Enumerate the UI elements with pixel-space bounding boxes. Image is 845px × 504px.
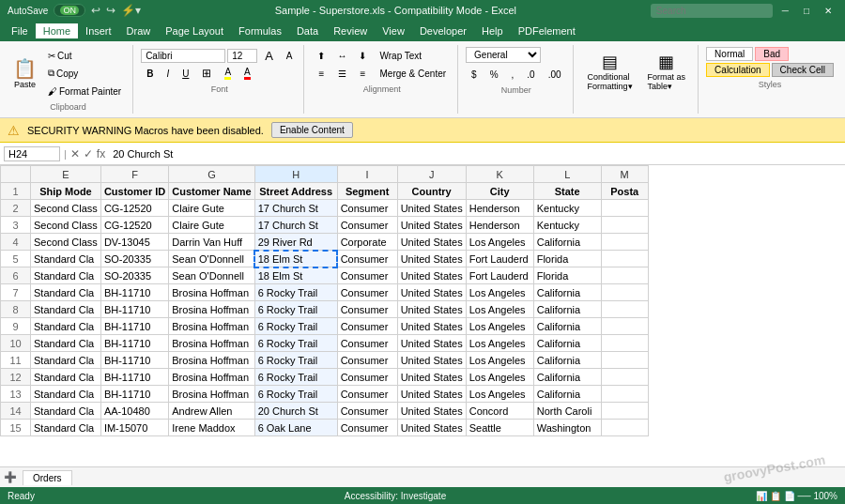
- row-number[interactable]: 4: [1, 234, 31, 251]
- cell-k12[interactable]: Los Angeles: [466, 369, 533, 386]
- cell-j4[interactable]: United States: [397, 234, 466, 251]
- cell-f7[interactable]: BH-11710: [100, 284, 168, 301]
- cell-g12[interactable]: Brosina Hoffman: [169, 369, 254, 386]
- cell-g13[interactable]: Brosina Hoffman: [169, 386, 254, 403]
- cell-j5[interactable]: United States: [397, 251, 466, 267]
- cell-l5[interactable]: Florida: [533, 251, 601, 267]
- cell-j8[interactable]: United States: [397, 301, 466, 318]
- cell-m14[interactable]: [601, 403, 648, 420]
- menu-review[interactable]: Review: [326, 23, 375, 38]
- cell-m12[interactable]: [601, 369, 648, 386]
- col-header-L[interactable]: L: [533, 166, 601, 183]
- menu-home[interactable]: Home: [36, 23, 78, 38]
- cell-e12[interactable]: Standard Cla: [31, 369, 101, 386]
- align-right-button[interactable]: ≡: [353, 65, 372, 82]
- cell-j7[interactable]: United States: [397, 284, 466, 301]
- row-number[interactable]: 9: [1, 318, 31, 335]
- cell-i10[interactable]: Consumer: [337, 335, 397, 352]
- cell-j9[interactable]: United States: [397, 318, 466, 335]
- row-number[interactable]: 1: [1, 183, 31, 200]
- cell-g14[interactable]: Andrew Allen: [169, 403, 254, 420]
- cell-j3[interactable]: United States: [397, 217, 466, 234]
- cell-f13[interactable]: BH-11710: [100, 386, 168, 403]
- cell-m7[interactable]: [601, 284, 648, 301]
- cell-g6[interactable]: Sean O'Donnell: [169, 267, 254, 284]
- col-header-M[interactable]: M: [601, 166, 648, 183]
- cell-k2[interactable]: Henderson: [466, 200, 533, 217]
- cell-i8[interactable]: Consumer: [337, 301, 397, 318]
- currency-button[interactable]: $: [466, 66, 483, 83]
- formula-input[interactable]: [109, 147, 841, 160]
- cell-m2[interactable]: [601, 200, 648, 217]
- cell-f11[interactable]: BH-11710: [100, 352, 168, 369]
- cell-k15[interactable]: Seattle: [466, 420, 533, 436]
- cell-g15[interactable]: Irene Maddox: [169, 420, 254, 436]
- cell-e2[interactable]: Second Class: [31, 200, 101, 217]
- close-button[interactable]: ✕: [819, 4, 837, 18]
- cell-l4[interactable]: California: [533, 234, 601, 251]
- normal-style-button[interactable]: Normal: [706, 47, 753, 61]
- cell-reference-input[interactable]: [4, 146, 60, 161]
- cell-f15[interactable]: IM-15070: [100, 420, 168, 436]
- number-format-select[interactable]: General: [466, 47, 541, 63]
- cell-e13[interactable]: Standard Cla: [31, 386, 101, 403]
- row-number[interactable]: 12: [1, 369, 31, 386]
- increase-decimal-button[interactable]: .00: [543, 66, 567, 83]
- cell-m15[interactable]: [601, 420, 648, 436]
- cell-m4[interactable]: [601, 234, 648, 251]
- col-header-J[interactable]: J: [397, 166, 466, 183]
- cell-f4[interactable]: DV-13045: [100, 234, 168, 251]
- cell-j14[interactable]: United States: [397, 403, 466, 420]
- cell-j15[interactable]: United States: [397, 420, 466, 436]
- cell-h1[interactable]: Street Address: [254, 183, 337, 200]
- cell-m11[interactable]: [601, 352, 648, 369]
- row-number[interactable]: 3: [1, 217, 31, 234]
- cell-f8[interactable]: BH-11710: [100, 301, 168, 318]
- sheet-tab-orders[interactable]: Orders: [23, 470, 72, 485]
- bold-button[interactable]: B: [141, 65, 159, 82]
- format-as-table-button[interactable]: ▦ Format asTable▾: [641, 47, 693, 96]
- cell-l3[interactable]: Kentucky: [533, 217, 601, 234]
- col-header-E[interactable]: E: [31, 166, 101, 183]
- undo-icon[interactable]: ↩: [91, 4, 100, 17]
- cell-i13[interactable]: Consumer: [337, 386, 397, 403]
- cell-h12[interactable]: 6 Rocky Trail: [254, 369, 337, 386]
- cell-k1[interactable]: City: [466, 183, 533, 200]
- cell-m1[interactable]: Posta: [601, 183, 648, 200]
- confirm-formula-icon[interactable]: ✓: [84, 147, 93, 160]
- calculation-style-button[interactable]: Calculation: [706, 63, 769, 77]
- cell-j6[interactable]: United States: [397, 267, 466, 284]
- menu-data[interactable]: Data: [289, 23, 326, 38]
- cell-h3[interactable]: 17 Church St: [254, 217, 337, 234]
- row-number[interactable]: 2: [1, 200, 31, 217]
- underline-button[interactable]: U: [177, 65, 194, 82]
- row-number[interactable]: 7: [1, 284, 31, 301]
- cell-k5[interactable]: Fort Lauderd: [466, 251, 533, 267]
- insert-function-icon[interactable]: fx: [97, 147, 105, 160]
- decrease-decimal-button[interactable]: .0: [521, 66, 540, 83]
- cell-e9[interactable]: Standard Cla: [31, 318, 101, 335]
- cell-k4[interactable]: Los Angeles: [466, 234, 533, 251]
- cell-l7[interactable]: California: [533, 284, 601, 301]
- cell-i1[interactable]: Segment: [337, 183, 397, 200]
- search-input[interactable]: [651, 4, 773, 18]
- cell-i2[interactable]: Consumer: [337, 200, 397, 217]
- align-middle-button[interactable]: ↔: [332, 47, 351, 64]
- cell-m6[interactable]: [601, 267, 648, 284]
- cell-e14[interactable]: Standard Cla: [31, 403, 101, 420]
- cell-m5[interactable]: [601, 251, 648, 267]
- cell-e7[interactable]: Standard Cla: [31, 284, 101, 301]
- cell-l8[interactable]: California: [533, 301, 601, 318]
- row-number[interactable]: 11: [1, 352, 31, 369]
- col-header-G[interactable]: G: [169, 166, 254, 183]
- italic-button[interactable]: I: [161, 65, 175, 82]
- cell-g8[interactable]: Brosina Hoffman: [169, 301, 254, 318]
- row-number[interactable]: 15: [1, 420, 31, 436]
- wrap-text-button[interactable]: Wrap Text: [374, 47, 427, 64]
- cell-g10[interactable]: Brosina Hoffman: [169, 335, 254, 352]
- cell-i9[interactable]: Consumer: [337, 318, 397, 335]
- sheet-table-wrapper[interactable]: E F G H I J K L M 1Ship ModeCustomer IDC…: [0, 165, 845, 466]
- merge-center-button[interactable]: Merge & Center: [374, 65, 452, 82]
- cell-e1[interactable]: Ship Mode: [31, 183, 101, 200]
- cell-l15[interactable]: Washington: [533, 420, 601, 436]
